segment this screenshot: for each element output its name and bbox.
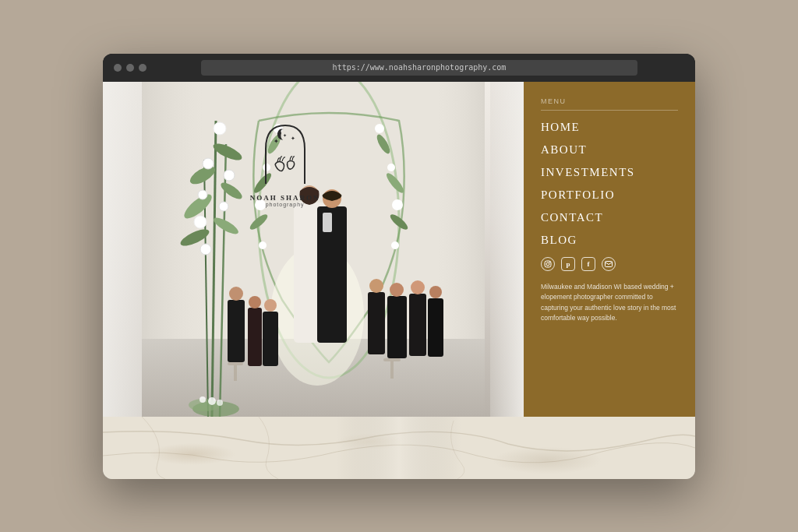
- svg-point-18: [219, 202, 228, 211]
- expand-dot[interactable]: [139, 64, 147, 72]
- svg-point-34: [391, 241, 399, 249]
- svg-text:✦: ✦: [283, 133, 287, 138]
- social-icons-row: p f: [541, 257, 678, 271]
- nav-item-contact[interactable]: CONTACT: [541, 209, 678, 227]
- svg-point-44: [249, 296, 261, 308]
- svg-point-30: [387, 164, 395, 171]
- svg-text:✦: ✦: [274, 138, 279, 145]
- svg-point-32: [392, 199, 403, 210]
- svg-point-50: [390, 283, 404, 297]
- sidebar-description: Milwaukee and Madison WI based wedding +…: [541, 282, 678, 324]
- email-icon[interactable]: [602, 257, 616, 271]
- bottom-strip: [103, 417, 695, 479]
- browser-content: ✦ ✦ ✦ NOAH S: [103, 82, 695, 417]
- svg-point-68: [546, 262, 549, 266]
- svg-rect-40: [323, 213, 332, 232]
- svg-rect-43: [248, 308, 262, 366]
- svg-rect-55: [228, 362, 243, 365]
- pinterest-icon[interactable]: p: [561, 257, 575, 271]
- traffic-lights: [114, 64, 147, 72]
- svg-point-16: [224, 170, 235, 181]
- svg-point-46: [264, 299, 277, 312]
- instagram-icon[interactable]: [541, 257, 555, 271]
- monitor-frame: https://www.noahsharonphotography.com: [103, 54, 695, 479]
- svg-point-13: [203, 158, 214, 169]
- svg-point-63: [217, 400, 223, 406]
- svg-point-69: [549, 261, 551, 262]
- logo-overlay: ✦ ✦ ✦ NOAH S: [246, 122, 324, 207]
- svg-point-48: [369, 279, 383, 293]
- svg-point-52: [411, 280, 425, 294]
- svg-rect-53: [428, 298, 443, 357]
- close-dot[interactable]: [114, 64, 122, 72]
- svg-rect-45: [263, 312, 278, 366]
- sidebar: MENU HOME ABOUT INVESTMENTS PORTFOLIO CO…: [524, 82, 695, 417]
- svg-rect-58: [390, 361, 394, 379]
- svg-rect-41: [228, 300, 245, 362]
- nav-item-about[interactable]: ABOUT: [541, 141, 678, 159]
- nav-item-investments[interactable]: INVESTMENTS: [541, 164, 678, 181]
- svg-point-14: [214, 122, 226, 135]
- svg-rect-49: [387, 296, 407, 358]
- svg-point-42: [229, 287, 243, 301]
- svg-rect-47: [368, 292, 385, 354]
- photo-scene: ✦ ✦ ✦ NOAH S: [103, 82, 524, 417]
- svg-rect-72: [337, 417, 461, 479]
- svg-point-15: [198, 190, 207, 199]
- svg-rect-51: [409, 294, 426, 356]
- facebook-icon[interactable]: f: [581, 257, 595, 271]
- svg-point-33: [259, 241, 267, 249]
- svg-point-17: [194, 216, 207, 228]
- svg-rect-56: [234, 365, 237, 381]
- svg-text:✦: ✦: [291, 136, 295, 141]
- nav-item-portfolio[interactable]: PORTFOLIO: [541, 186, 678, 204]
- browser-bar: https://www.noahsharonphotography.com: [103, 54, 695, 82]
- photo-section: ✦ ✦ ✦ NOAH S: [103, 82, 524, 417]
- nav-item-blog[interactable]: BLOG: [541, 231, 678, 249]
- logo-name: NOAH SHARON: [246, 194, 324, 202]
- menu-label: MENU: [541, 97, 678, 111]
- svg-point-19: [200, 244, 211, 255]
- address-bar[interactable]: https://www.noahsharonphotography.com: [201, 60, 637, 76]
- marble-svg: [103, 417, 695, 479]
- logo-subtitle: photography: [246, 202, 324, 207]
- svg-point-61: [208, 397, 216, 405]
- svg-point-62: [200, 396, 206, 403]
- svg-rect-71: [103, 417, 695, 479]
- minimize-dot[interactable]: [126, 64, 134, 72]
- svg-rect-57: [383, 358, 401, 361]
- logo-arch-svg: ✦ ✦ ✦: [258, 122, 312, 188]
- svg-point-28: [375, 124, 384, 133]
- svg-point-54: [429, 286, 442, 298]
- url-text: https://www.noahsharonphotography.com: [333, 63, 507, 72]
- nav-item-home[interactable]: HOME: [541, 118, 678, 136]
